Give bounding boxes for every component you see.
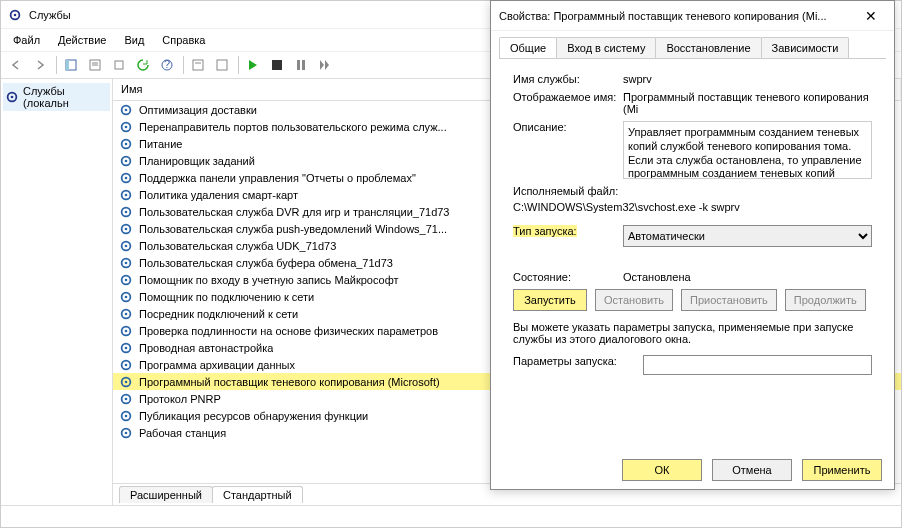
svg-point-27 [125, 176, 128, 179]
window-title: Службы [29, 9, 71, 21]
details-icon[interactable] [187, 54, 209, 76]
svg-point-33 [125, 227, 128, 230]
list-icon[interactable] [211, 54, 233, 76]
stop-button: Остановить [595, 289, 673, 311]
service-name-cell: Пользовательская служба UDK_71d73 [139, 240, 336, 252]
dialog-footer: ОК Отмена Применить [622, 459, 882, 481]
service-name-cell: Перенаправитель портов пользовательского… [139, 121, 447, 133]
service-name-cell: Протокол PNRP [139, 393, 221, 405]
forward-icon[interactable] [29, 54, 51, 76]
label-display-name: Отображаемое имя: [513, 91, 623, 115]
service-icon [119, 154, 133, 168]
pause-icon[interactable] [290, 54, 312, 76]
menu-help[interactable]: Справка [154, 32, 213, 48]
tab-standard[interactable]: Стандартный [212, 486, 303, 503]
services-node-icon [5, 90, 19, 104]
svg-rect-3 [66, 60, 69, 70]
tab-recovery[interactable]: Восстановление [655, 37, 761, 58]
service-name-cell: Политика удаления смарт-карт [139, 189, 298, 201]
svg-point-39 [125, 278, 128, 281]
cancel-button[interactable]: Отмена [712, 459, 792, 481]
ok-button[interactable]: ОК [622, 459, 702, 481]
start-params-hint: Вы можете указать параметры запуска, при… [513, 321, 872, 345]
svg-point-55 [125, 414, 128, 417]
value-display-name: Программный поставщик теневого копирован… [623, 91, 872, 115]
statusbar [1, 505, 901, 525]
service-name-cell: Пользовательская служба DVR для игр и тр… [139, 206, 450, 218]
menu-view[interactable]: Вид [116, 32, 152, 48]
svg-point-43 [125, 312, 128, 315]
label-service-name: Имя службы: [513, 73, 623, 85]
svg-point-25 [125, 159, 128, 162]
dialog-tabs: Общие Вход в систему Восстановление Зави… [491, 31, 894, 58]
svg-point-37 [125, 261, 128, 264]
stop-icon[interactable] [266, 54, 288, 76]
service-name-cell: Проверка подлинности на основе физически… [139, 325, 438, 337]
svg-rect-13 [272, 60, 282, 70]
refresh-icon[interactable] [132, 54, 154, 76]
svg-point-53 [125, 397, 128, 400]
service-name-cell: Публикация ресурсов обнаружения функции [139, 410, 368, 422]
svg-point-57 [125, 431, 128, 434]
label-start-params: Параметры запуска: [513, 355, 643, 375]
service-name-cell: Питание [139, 138, 182, 150]
start-icon[interactable] [242, 54, 264, 76]
svg-point-51 [125, 380, 128, 383]
start-button[interactable]: Запустить [513, 289, 587, 311]
service-name-cell: Рабочая станция [139, 427, 226, 439]
service-icon [119, 239, 133, 253]
back-icon[interactable] [5, 54, 27, 76]
pause-button: Приостановить [681, 289, 777, 311]
service-icon [119, 256, 133, 270]
value-state: Остановлена [623, 271, 872, 283]
svg-rect-7 [115, 61, 123, 69]
svg-point-45 [125, 329, 128, 332]
show-hide-icon[interactable] [60, 54, 82, 76]
value-description[interactable]: Управляет программным созданием теневых … [623, 121, 872, 179]
tree-node-services[interactable]: Службы (локальн [3, 83, 110, 111]
svg-point-47 [125, 346, 128, 349]
tab-general[interactable]: Общие [499, 37, 557, 58]
apply-button[interactable]: Применить [802, 459, 882, 481]
tab-logon[interactable]: Вход в систему [556, 37, 656, 58]
tab-dependencies[interactable]: Зависимости [761, 37, 850, 58]
svg-text:?: ? [164, 59, 170, 70]
svg-rect-10 [193, 60, 203, 70]
menu-file[interactable]: Файл [5, 32, 48, 48]
menu-action[interactable]: Действие [50, 32, 114, 48]
startup-type-select[interactable]: Автоматически [623, 225, 872, 247]
service-name-cell: Посредник подключений к сети [139, 308, 298, 320]
service-name-cell: Программа архивации данных [139, 359, 295, 371]
service-name-cell: Поддержка панели управления "Отчеты о пр… [139, 172, 416, 184]
svg-point-1 [14, 13, 17, 16]
dialog-title: Свойства: Программный поставщик теневого… [499, 10, 827, 22]
svg-point-17 [11, 96, 14, 99]
service-icon [119, 205, 133, 219]
svg-point-21 [125, 125, 128, 128]
service-icon [119, 392, 133, 406]
service-icon [119, 188, 133, 202]
export-icon[interactable] [108, 54, 130, 76]
value-executable: C:\WINDOWS\System32\svchost.exe -k swprv [513, 201, 872, 213]
service-icon [119, 324, 133, 338]
service-icon [119, 171, 133, 185]
tree-pane: Службы (локальн [1, 79, 113, 505]
service-name-cell: Помощник по подключению к сети [139, 291, 314, 303]
start-params-input[interactable] [643, 355, 872, 375]
close-icon[interactable]: ✕ [856, 4, 886, 28]
service-icon [119, 307, 133, 321]
service-icon [119, 103, 133, 117]
service-name-cell: Проводная автонастройка [139, 342, 273, 354]
help-icon[interactable]: ? [156, 54, 178, 76]
service-icon [119, 290, 133, 304]
restart-icon[interactable] [314, 54, 336, 76]
svg-point-35 [125, 244, 128, 247]
properties-icon[interactable] [84, 54, 106, 76]
service-icon [119, 358, 133, 372]
service-name-cell: Оптимизация доставки [139, 104, 257, 116]
service-icon [119, 375, 133, 389]
svg-rect-12 [217, 60, 227, 70]
service-icon [119, 222, 133, 236]
tab-extended[interactable]: Расширенный [119, 486, 213, 503]
svg-point-41 [125, 295, 128, 298]
